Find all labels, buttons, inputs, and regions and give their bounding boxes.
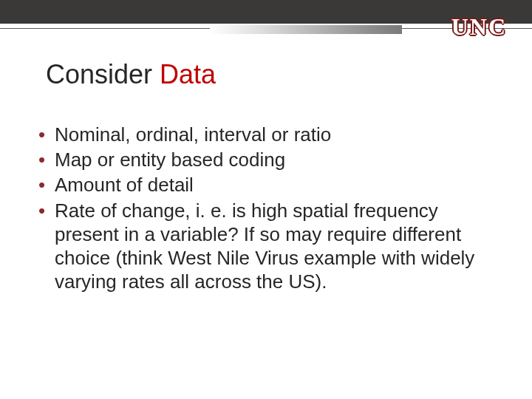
slide-body: Nominal, ordinal, interval or ratio Map … bbox=[35, 123, 479, 296]
slide-title: Consider Data bbox=[46, 59, 216, 90]
header-gradient-bar bbox=[210, 25, 402, 34]
bullet-text: Amount of detail bbox=[55, 174, 194, 196]
list-item: Amount of detail bbox=[35, 173, 479, 197]
bullet-text: Nominal, ordinal, interval or ratio bbox=[55, 123, 331, 146]
unc-logo: UNC bbox=[451, 13, 507, 41]
title-accent: Data bbox=[160, 59, 216, 89]
list-item: Map or entity based coding bbox=[35, 148, 479, 171]
bullet-text: Map or entity based coding bbox=[55, 149, 285, 171]
list-item: Rate of change, i. e. is high spatial fr… bbox=[35, 199, 479, 294]
list-item: Nominal, ordinal, interval or ratio bbox=[35, 123, 479, 146]
bullet-list: Nominal, ordinal, interval or ratio Map … bbox=[35, 123, 479, 294]
title-prefix: Consider bbox=[46, 59, 160, 89]
slide-header: UNC bbox=[0, 0, 532, 35]
bullet-text: Rate of change, i. e. is high spatial fr… bbox=[55, 200, 474, 293]
